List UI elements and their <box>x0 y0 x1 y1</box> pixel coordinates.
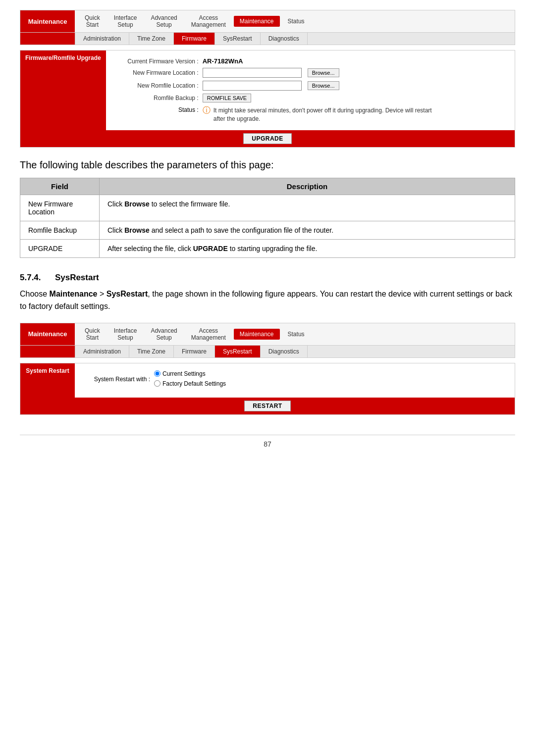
new-romfile-browse-btn[interactable]: Browse... <box>308 81 339 90</box>
table-row: UPGRADE After selecting the file, click … <box>20 239 515 257</box>
btab-advanced-setup[interactable]: Advanced Setup <box>145 325 183 343</box>
info-icon: ⓘ <box>203 105 211 116</box>
tab-access-management[interactable]: Access Management <box>185 12 232 30</box>
row2-field: Romfile Backup <box>20 221 100 239</box>
restart-with-label: System Restart with : <box>85 376 154 383</box>
bottom-brand: Maintenance <box>20 323 75 345</box>
bold-sysrestart: SysRestart <box>107 290 148 298</box>
tab-advanced-setup[interactable]: Advanced Setup <box>145 12 183 30</box>
subtab-diagnostics[interactable]: Diagnostics <box>261 33 308 45</box>
tab-interface-setup[interactable]: Interface Setup <box>108 12 143 30</box>
table-row: Romfile Backup Click Browse and select a… <box>20 221 515 239</box>
subtab-sysrestart[interactable]: SysRestart <box>215 33 261 45</box>
tab-maintenance[interactable]: Maintenance <box>234 16 280 27</box>
upgrade-btn[interactable]: UPGRADE <box>243 133 292 144</box>
bsubtab-sysrestart[interactable]: SysRestart <box>215 346 261 357</box>
status-label: Status : <box>116 106 203 113</box>
sysrestart-sidebar-label: System Restart <box>20 363 75 398</box>
tab-quick-start[interactable]: Quick Start <box>79 12 106 30</box>
row2-desc: Click Browse and select a path to save t… <box>100 221 515 239</box>
parameters-table: Field Description New Firmware Location … <box>20 178 515 258</box>
romfile-backup-label: Romfile Backup : <box>116 95 203 101</box>
section-number: 5.7.4. <box>20 273 41 282</box>
section-574-body: Choose Maintenance > SysRestart, the pag… <box>20 288 515 313</box>
row2-bold: Browse <box>124 226 150 234</box>
col-field: Field <box>20 178 100 195</box>
radio-current-settings[interactable] <box>154 370 160 377</box>
btab-maintenance[interactable]: Maintenance <box>234 329 280 340</box>
subtab-firmware[interactable]: Firmware <box>174 33 215 45</box>
factory-settings-label: Factory Default Settings <box>162 380 226 387</box>
romfile-save-btn[interactable]: ROMFILE SAVE <box>203 94 251 102</box>
btab-access-management[interactable]: Access Management <box>185 325 232 343</box>
page-number: 87 <box>20 435 515 448</box>
radio-factory-settings[interactable] <box>154 380 160 387</box>
row3-bold: UPGRADE <box>193 245 228 252</box>
current-settings-label: Current Settings <box>162 370 206 377</box>
bottom-nav-container: Maintenance Quick Start Interface Setup … <box>20 323 515 358</box>
new-romfile-input[interactable] <box>203 81 302 91</box>
firmware-sidebar-label: Firmware/Romfile Upgrade <box>20 50 106 130</box>
new-firmware-input[interactable] <box>203 68 302 78</box>
section-title: SysRestart <box>55 273 99 282</box>
row3-field: UPGRADE <box>20 239 100 257</box>
section-574-heading: 5.7.4. SysRestart <box>20 273 515 283</box>
status-info-text: It might take several minutes, don't pow… <box>214 106 440 123</box>
btab-quick-start[interactable]: Quick Start <box>79 325 106 343</box>
sysrestart-panel: System Restart System Restart with : Cur… <box>20 363 515 415</box>
firmware-panel: Firmware/Romfile Upgrade Current Firmwar… <box>20 50 515 148</box>
bsubtab-timezone[interactable]: Time Zone <box>129 346 174 357</box>
top-nav-container: Maintenance Quick Start Interface Setup … <box>20 10 515 45</box>
new-firmware-browse-btn[interactable]: Browse... <box>308 68 339 77</box>
bsubtab-firmware[interactable]: Firmware <box>174 346 215 357</box>
row3-desc: After selecting the file, click UPGRADE … <box>100 239 515 257</box>
current-firmware-value: AR-7182WnA <box>203 57 243 65</box>
row1-field: New Firmware Location <box>20 195 100 221</box>
new-firmware-label: New Firmware Location : <box>116 69 203 76</box>
btab-status[interactable]: Status <box>282 329 311 340</box>
col-description: Description <box>100 178 515 195</box>
table-row: New Firmware Location Click Browse to se… <box>20 195 515 221</box>
row1-bold: Browse <box>124 200 150 208</box>
top-brand: Maintenance <box>20 10 75 32</box>
btab-interface-setup[interactable]: Interface Setup <box>108 325 143 343</box>
tab-status[interactable]: Status <box>282 16 311 27</box>
bsubtab-administration[interactable]: Administration <box>75 346 129 357</box>
new-romfile-label: New Romfile Location : <box>116 82 203 89</box>
row1-desc: Click Browse to select the firmware file… <box>100 195 515 221</box>
bsubtab-diagnostics[interactable]: Diagnostics <box>261 346 308 357</box>
table-heading: The following table describes the parame… <box>20 159 515 171</box>
subtab-administration[interactable]: Administration <box>75 33 129 45</box>
restart-btn[interactable]: RESTART <box>244 401 290 411</box>
subtab-timezone[interactable]: Time Zone <box>129 33 174 45</box>
bold-maintenance: Maintenance <box>50 290 98 298</box>
current-firmware-label: Current Firmware Version : <box>116 58 203 65</box>
